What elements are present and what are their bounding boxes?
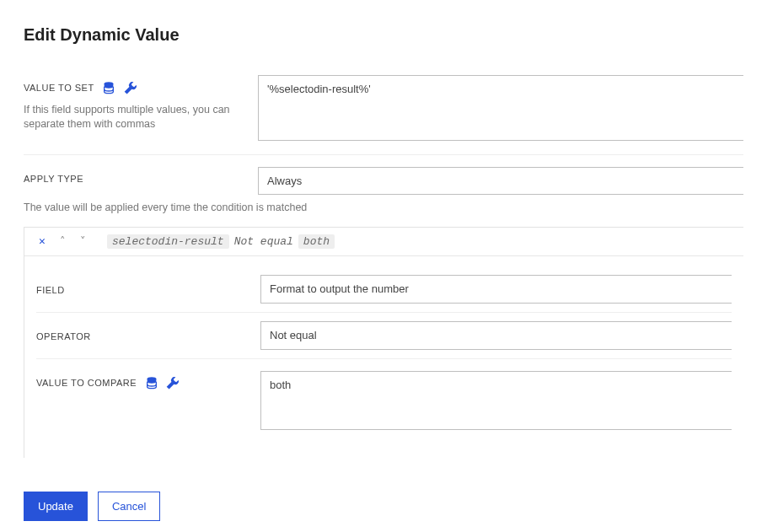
chevron-down-icon[interactable]: ˅ [75, 234, 90, 248]
value-to-set-label: VALUE TO SET [24, 83, 94, 93]
value-to-set-help: If this field supports multiple values, … [24, 103, 243, 132]
value-to-set-input[interactable] [258, 75, 743, 141]
condition-summary-field: selectodin-result [107, 234, 229, 249]
apply-type-select[interactable] [258, 167, 743, 195]
update-button[interactable]: Update [24, 492, 88, 521]
condition-compare-input[interactable] [260, 371, 732, 430]
close-icon[interactable]: ✕ [35, 234, 50, 248]
apply-type-help: The value will be applied every time the… [24, 202, 743, 213]
apply-type-label: APPLY TYPE [24, 174, 83, 184]
divider [24, 154, 743, 155]
chevron-up-icon[interactable]: ˄ [55, 234, 70, 248]
condition-field-label: FIELD [36, 285, 65, 295]
condition-summary-value: both [298, 234, 335, 249]
wrench-icon[interactable] [124, 81, 137, 94]
cancel-button[interactable]: Cancel [98, 492, 160, 521]
condition-compare-label: VALUE TO COMPARE [36, 378, 137, 388]
condition-operator-label: OPERATOR [36, 331, 91, 341]
database-icon[interactable] [145, 376, 158, 390]
database-icon[interactable] [102, 81, 115, 94]
condition-operator-select[interactable] [260, 321, 732, 350]
condition-summary-operator: Not equal [234, 235, 293, 248]
condition-field-select[interactable] [260, 275, 732, 304]
wrench-icon[interactable] [166, 376, 180, 390]
condition-panel: ✕ ˄ ˅ selectodin-result Not equal both F… [24, 227, 743, 458]
page-title: Edit Dynamic Value [24, 25, 743, 45]
